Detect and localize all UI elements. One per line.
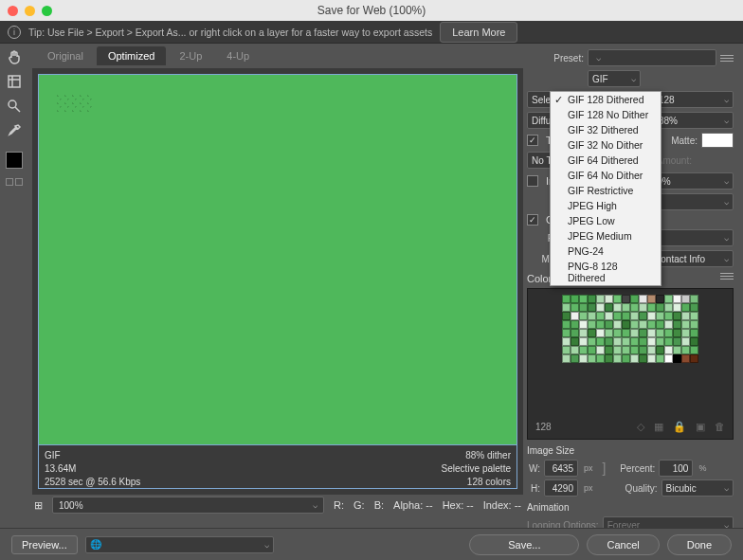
color-swatch[interactable] (579, 295, 588, 303)
cancel-button[interactable]: Cancel (587, 534, 659, 555)
new-color-icon[interactable]: ▣ (696, 421, 705, 433)
color-swatch[interactable] (596, 346, 605, 354)
color-swatch[interactable] (571, 337, 579, 346)
convert-srgb-checkbox[interactable] (527, 214, 538, 226)
color-swatch[interactable] (647, 346, 656, 354)
preset-menu-icon[interactable] (720, 55, 734, 62)
color-swatch[interactable] (588, 312, 596, 320)
zoom-window-button[interactable] (42, 6, 52, 16)
color-swatch[interactable] (613, 346, 622, 354)
map-transparent-icon[interactable]: ◇ (637, 421, 644, 433)
color-swatch[interactable] (596, 329, 605, 337)
color-swatch[interactable] (562, 329, 571, 337)
color-swatch[interactable] (673, 320, 681, 329)
tab-original[interactable]: Original (36, 46, 95, 65)
color-swatch[interactable] (562, 320, 571, 329)
lock-color-icon[interactable]: 🔒 (673, 421, 686, 433)
hand-tool[interactable] (5, 47, 24, 66)
learn-more-button[interactable]: Learn More (440, 22, 517, 43)
color-swatch[interactable] (562, 303, 571, 312)
color-swatch[interactable] (605, 295, 613, 303)
color-swatch[interactable] (605, 320, 613, 329)
minimize-window-button[interactable] (25, 6, 35, 16)
color-swatch[interactable] (664, 320, 673, 329)
color-swatch[interactable] (588, 320, 596, 329)
quality-select[interactable]: Bicubic (661, 479, 734, 497)
color-swatch[interactable] (622, 337, 630, 346)
color-swatch[interactable] (622, 320, 630, 329)
color-swatch[interactable] (681, 320, 690, 329)
preset-option[interactable]: GIF 32 No Dither (551, 137, 661, 153)
color-swatch[interactable] (579, 303, 588, 312)
dither-field[interactable]: 88% (654, 112, 734, 129)
color-swatch[interactable] (656, 346, 664, 354)
color-swatch[interactable] (690, 303, 698, 312)
color-swatch[interactable] (690, 329, 698, 337)
color-swatch[interactable] (673, 354, 681, 363)
color-swatch[interactable] (605, 303, 613, 312)
color-swatch[interactable] (656, 303, 664, 312)
close-window-button[interactable] (8, 6, 18, 16)
color-swatch[interactable] (656, 337, 664, 346)
preset-option[interactable]: JPEG Low (551, 213, 661, 228)
preset-option[interactable]: GIF 128 Dithered (551, 92, 661, 107)
color-swatch[interactable] (656, 354, 664, 363)
color-swatch[interactable] (579, 312, 588, 320)
color-swatch[interactable] (647, 329, 656, 337)
color-swatch[interactable] (630, 320, 639, 329)
color-swatch[interactable] (664, 303, 673, 312)
tab-4up[interactable]: 4-Up (215, 46, 261, 65)
color-swatches[interactable] (562, 295, 698, 363)
color-swatch[interactable] (690, 346, 698, 354)
color-swatch[interactable] (690, 320, 698, 329)
zoom-select[interactable]: 100% (52, 497, 324, 514)
color-swatch[interactable] (639, 312, 647, 320)
color-swatch[interactable] (673, 312, 681, 320)
color-swatch[interactable] (579, 354, 588, 363)
color-swatch[interactable] (622, 329, 630, 337)
color-swatch[interactable] (622, 303, 630, 312)
color-swatch[interactable] (579, 320, 588, 329)
color-swatch[interactable] (571, 346, 579, 354)
color-swatch[interactable] (571, 303, 579, 312)
color-swatch[interactable] (605, 346, 613, 354)
color-swatch[interactable] (562, 346, 571, 354)
height-field[interactable] (544, 479, 578, 497)
color-swatch[interactable] (647, 354, 656, 363)
preset-option[interactable]: GIF Restrictive (551, 183, 661, 198)
color-swatch[interactable] (613, 303, 622, 312)
color-swatch[interactable] (562, 337, 571, 346)
color-swatch[interactable] (605, 329, 613, 337)
color-swatch[interactable] (605, 337, 613, 346)
color-swatch[interactable] (656, 320, 664, 329)
color-swatch[interactable] (690, 354, 698, 363)
color-swatch[interactable] (647, 337, 656, 346)
color-swatch[interactable] (681, 303, 690, 312)
zoom-tool[interactable] (5, 97, 24, 116)
color-swatch[interactable] (622, 295, 630, 303)
color-swatch[interactable] (571, 295, 579, 303)
color-swatch[interactable] (588, 354, 596, 363)
preset-dropdown[interactable]: GIF 128 DitheredGIF 128 No DitherGIF 32 … (550, 91, 661, 286)
color-swatch[interactable] (681, 295, 690, 303)
slice-tool[interactable] (5, 72, 24, 91)
color-swatch[interactable] (639, 329, 647, 337)
color-swatch[interactable] (647, 312, 656, 320)
color-swatch[interactable] (596, 295, 605, 303)
color-swatch[interactable] (562, 354, 571, 363)
color-swatch[interactable] (613, 295, 622, 303)
color-swatch[interactable] (673, 329, 681, 337)
color-swatch[interactable] (571, 312, 579, 320)
color-swatch[interactable] (605, 312, 613, 320)
color-swatch[interactable] (673, 295, 681, 303)
preset-option[interactable]: JPEG Medium (551, 228, 661, 244)
color-swatch[interactable] (681, 329, 690, 337)
color-swatch[interactable] (656, 329, 664, 337)
preset-option[interactable]: JPEG High (551, 198, 661, 213)
tab-optimized[interactable]: Optimized (97, 46, 167, 65)
transparency-checkbox[interactable] (527, 135, 538, 146)
color-swatch[interactable] (630, 312, 639, 320)
color-swatch[interactable] (664, 329, 673, 337)
color-swatch[interactable] (596, 312, 605, 320)
color-swatch[interactable] (639, 303, 647, 312)
